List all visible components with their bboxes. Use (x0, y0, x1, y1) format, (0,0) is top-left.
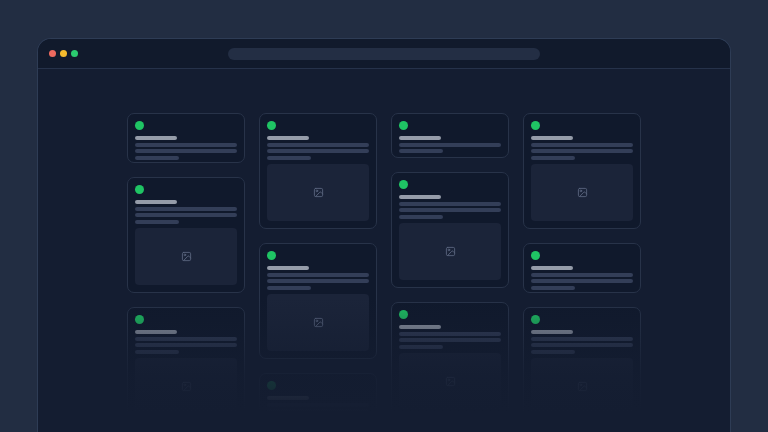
skeleton-title (267, 266, 309, 270)
skeleton-line (531, 143, 633, 147)
skeleton-line (531, 149, 633, 153)
image-icon (181, 251, 192, 262)
image-icon (181, 381, 192, 392)
image-icon (577, 187, 588, 198)
skeleton-title (267, 396, 309, 400)
image-placeholder (135, 228, 237, 286)
skeleton-line (399, 345, 443, 349)
browser-window (37, 38, 731, 432)
status-dot-icon (267, 121, 276, 130)
masonry-column-2 (259, 113, 377, 423)
feed-card-text[interactable] (259, 373, 377, 423)
skeleton-title (135, 200, 177, 204)
status-dot-icon (531, 251, 540, 260)
skeleton-title (399, 195, 441, 199)
skeleton-line (267, 143, 369, 147)
masonry-column-1 (127, 113, 245, 423)
skeleton-line (531, 343, 633, 347)
feed-card-text[interactable] (391, 113, 509, 158)
skeleton-line (135, 143, 237, 147)
image-icon (577, 381, 588, 392)
image-placeholder (399, 353, 501, 411)
status-dot-icon (267, 251, 276, 260)
status-dot-icon (399, 121, 408, 130)
traffic-light-maximize-button[interactable] (71, 50, 78, 57)
skeleton-title (531, 330, 573, 334)
skeleton-title (135, 136, 177, 140)
skeleton-line (135, 213, 237, 217)
feed-card-with-image[interactable] (127, 307, 245, 423)
status-dot-icon (135, 315, 144, 324)
skeleton-title (135, 330, 177, 334)
feed-card-with-image[interactable] (523, 307, 641, 423)
skeleton-line (399, 332, 501, 336)
skeleton-line (135, 220, 179, 224)
image-placeholder (267, 164, 369, 222)
skeleton-line (267, 279, 369, 283)
skeleton-line (531, 156, 575, 160)
feed-card-text[interactable] (127, 113, 245, 163)
image-placeholder (531, 358, 633, 416)
masonry-column-4 (523, 113, 641, 423)
feed-card-with-image[interactable] (259, 113, 377, 229)
image-icon (313, 187, 324, 198)
skeleton-line (531, 273, 633, 277)
masonry-column-3 (391, 113, 509, 423)
skeleton-line (135, 337, 237, 341)
skeleton-line (135, 350, 179, 354)
address-bar[interactable] (228, 48, 540, 60)
status-dot-icon (267, 381, 276, 390)
feed-card-text[interactable] (523, 243, 641, 293)
skeleton-line (399, 202, 501, 206)
skeleton-line (267, 416, 311, 420)
image-placeholder (531, 164, 633, 222)
status-dot-icon (531, 315, 540, 324)
traffic-light-minimize-button[interactable] (60, 50, 67, 57)
status-dot-icon (135, 185, 144, 194)
skeleton-line (267, 273, 369, 277)
skeleton-line (267, 156, 311, 160)
page-content (38, 70, 730, 432)
traffic-lights (49, 39, 78, 68)
skeleton-line (399, 215, 443, 219)
skeleton-line (531, 286, 575, 290)
status-dot-icon (135, 121, 144, 130)
skeleton-title (267, 136, 309, 140)
skeleton-line (531, 279, 633, 283)
skeleton-line (399, 338, 501, 342)
skeleton-line (267, 286, 311, 290)
skeleton-line (267, 409, 369, 413)
feed-card-with-image[interactable] (391, 172, 509, 288)
skeleton-line (135, 343, 237, 347)
image-icon (445, 246, 456, 257)
skeleton-line (267, 149, 369, 153)
skeleton-line (399, 149, 443, 153)
feed-card-with-image[interactable] (259, 243, 377, 359)
status-dot-icon (399, 180, 408, 189)
skeleton-line (531, 350, 575, 354)
card-grid (127, 113, 641, 423)
skeleton-line (267, 403, 369, 407)
image-placeholder (135, 358, 237, 416)
skeleton-line (399, 208, 501, 212)
skeleton-title (531, 266, 573, 270)
status-dot-icon (399, 310, 408, 319)
skeleton-title (531, 136, 573, 140)
skeleton-line (531, 337, 633, 341)
image-placeholder (399, 223, 501, 281)
skeleton-title (399, 325, 441, 329)
status-dot-icon (531, 121, 540, 130)
traffic-light-close-button[interactable] (49, 50, 56, 57)
feed-card-with-image[interactable] (523, 113, 641, 229)
titlebar[interactable] (38, 39, 730, 69)
feed-card-with-image[interactable] (391, 302, 509, 418)
skeleton-line (135, 149, 237, 153)
skeleton-line (135, 207, 237, 211)
skeleton-line (399, 143, 501, 147)
image-placeholder (267, 294, 369, 352)
image-icon (313, 317, 324, 328)
image-icon (445, 376, 456, 387)
skeleton-line (135, 156, 179, 160)
skeleton-title (399, 136, 441, 140)
feed-card-with-image[interactable] (127, 177, 245, 293)
